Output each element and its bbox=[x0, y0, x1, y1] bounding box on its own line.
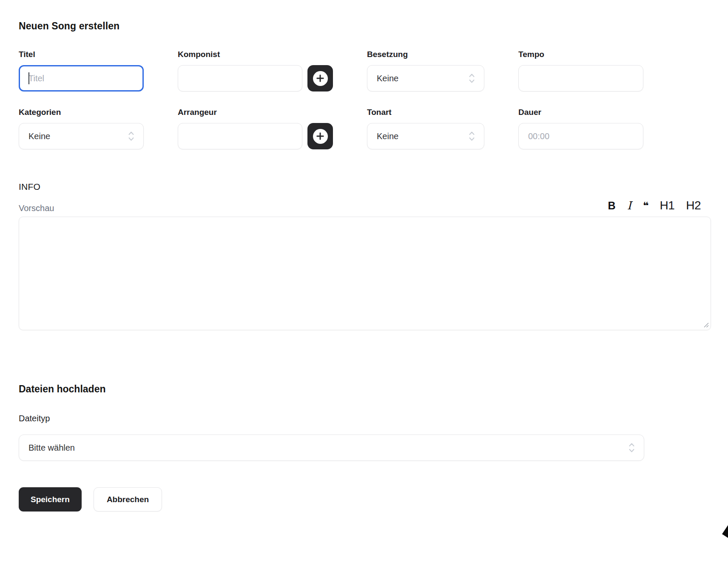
dateityp-selected-value: Bitte wählen bbox=[28, 443, 75, 453]
kategorien-selected-value: Keine bbox=[28, 131, 50, 141]
dateityp-label: Dateityp bbox=[19, 414, 709, 423]
dauer-label: Dauer bbox=[518, 108, 643, 117]
tonart-select[interactable]: Keine bbox=[367, 123, 484, 149]
field-komponist: Komponist bbox=[178, 50, 333, 91]
field-kategorien: Kategorien Keine bbox=[19, 108, 144, 149]
add-arrangeur-button[interactable] bbox=[307, 123, 333, 149]
dauer-input[interactable] bbox=[518, 123, 643, 149]
song-form-grid: Titel Komponist Besetzung Keine bbox=[19, 50, 709, 149]
komponist-input[interactable] bbox=[178, 65, 302, 91]
tempo-label: Tempo bbox=[518, 50, 643, 59]
besetzung-label: Besetzung bbox=[367, 50, 484, 59]
plus-circle-icon bbox=[313, 129, 328, 144]
arrangeur-input[interactable] bbox=[178, 123, 302, 149]
besetzung-selected-value: Keine bbox=[377, 74, 398, 83]
besetzung-select[interactable]: Keine bbox=[367, 65, 484, 91]
dateityp-select[interactable]: Bitte wählen bbox=[19, 434, 644, 461]
bold-button[interactable]: B bbox=[608, 200, 616, 212]
chevron-up-down-icon bbox=[468, 130, 475, 142]
field-titel: Titel bbox=[19, 50, 144, 91]
info-label: INFO bbox=[19, 182, 709, 192]
info-section: INFO Vorschau B I ❝ H1 H2 bbox=[19, 182, 709, 330]
italic-button[interactable]: I bbox=[627, 199, 631, 212]
field-tempo: Tempo bbox=[518, 50, 643, 91]
chevron-up-down-icon bbox=[628, 442, 635, 454]
arrangeur-label: Arrangeur bbox=[178, 108, 333, 117]
chevron-up-down-icon bbox=[128, 130, 135, 142]
field-dauer: Dauer bbox=[518, 108, 643, 149]
tab-vorschau[interactable]: Vorschau bbox=[19, 203, 54, 213]
titel-input[interactable] bbox=[19, 65, 144, 91]
tonart-label: Tonart bbox=[367, 108, 484, 117]
titel-label: Titel bbox=[19, 50, 144, 59]
chevron-up-down-icon bbox=[468, 72, 475, 84]
komponist-label: Komponist bbox=[178, 50, 333, 59]
heading1-button[interactable]: H1 bbox=[660, 199, 674, 212]
kategorien-select[interactable]: Keine bbox=[19, 123, 144, 149]
resize-handle-icon[interactable] bbox=[702, 321, 709, 328]
page-title: Neuen Song erstellen bbox=[19, 20, 709, 32]
tonart-selected-value: Keine bbox=[377, 131, 398, 141]
cancel-button[interactable]: Abbrechen bbox=[94, 487, 162, 512]
screen-edge-artifact bbox=[722, 525, 728, 538]
kategorien-label: Kategorien bbox=[19, 108, 144, 117]
field-tonart: Tonart Keine bbox=[367, 108, 484, 149]
heading2-button[interactable]: H2 bbox=[686, 199, 701, 212]
field-besetzung: Besetzung Keine bbox=[367, 50, 484, 91]
upload-heading: Dateien hochladen bbox=[19, 383, 709, 395]
add-komponist-button[interactable] bbox=[307, 65, 333, 91]
save-button[interactable]: Speichern bbox=[19, 487, 82, 512]
tempo-input[interactable] bbox=[518, 65, 643, 91]
editor-toolbar: B I ❝ H1 H2 bbox=[608, 199, 701, 213]
new-song-form-page: Neuen Song erstellen Titel Komponist Bes… bbox=[0, 0, 728, 583]
field-arrangeur: Arrangeur bbox=[178, 108, 333, 149]
actions-row: Speichern Abbrechen bbox=[19, 487, 709, 512]
plus-circle-icon bbox=[313, 71, 328, 86]
quote-button[interactable]: ❝ bbox=[643, 200, 648, 211]
info-editor-textarea[interactable] bbox=[19, 217, 711, 330]
